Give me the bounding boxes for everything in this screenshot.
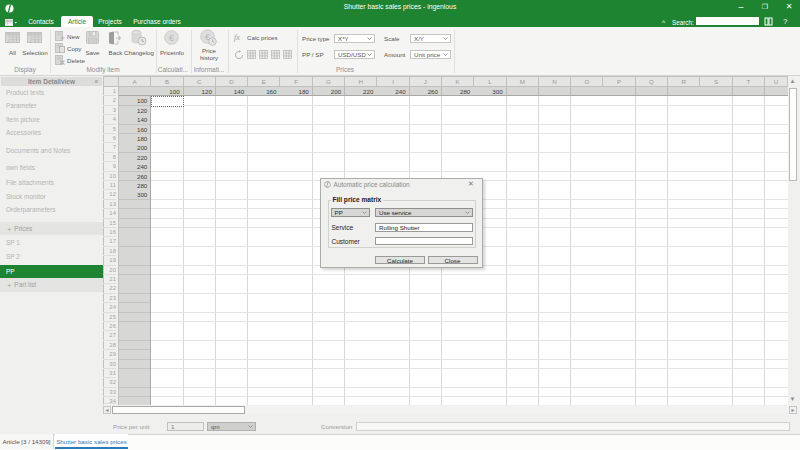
svg-text:€: € xyxy=(169,33,174,43)
